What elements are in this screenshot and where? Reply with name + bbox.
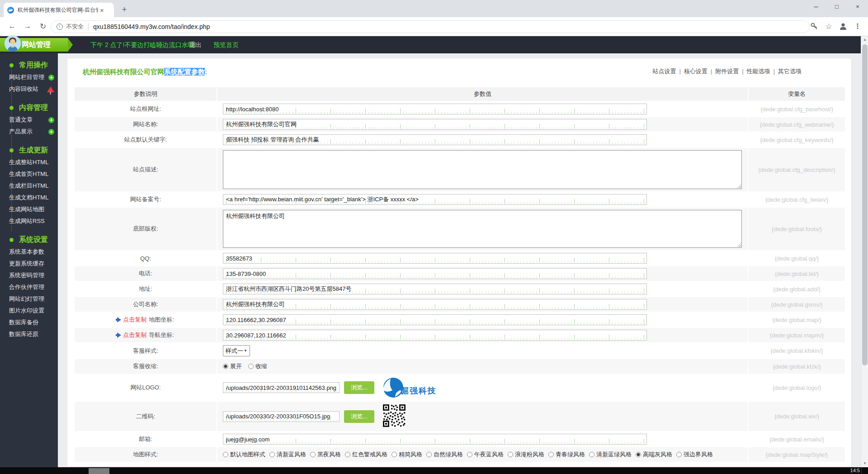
sidebar-item[interactable]: 合作伙伴管理 (0, 281, 54, 293)
logout-link[interactable]: 退出 (189, 36, 202, 53)
radio-option[interactable]: 自然绿风格 (426, 450, 463, 459)
new-tab-button[interactable]: + (118, 4, 130, 15)
sidebar-item[interactable]: 数据库还原 (0, 328, 54, 340)
sidebar-item[interactable]: 数据库备份 (0, 317, 54, 328)
param-input[interactable] (223, 134, 647, 145)
param-input[interactable] (223, 314, 647, 325)
radio-option[interactable]: 精简风格 (392, 450, 422, 459)
sidebar-item[interactable]: 内容回收站 (0, 83, 54, 95)
file-path-input[interactable] (223, 411, 340, 422)
sidebar-item[interactable]: 系统密码管理 (0, 270, 54, 281)
param-input[interactable] (223, 299, 647, 310)
radio-icon[interactable] (223, 452, 228, 457)
browser-menu-icon[interactable]: ⋮ (853, 21, 863, 31)
add-circle-icon[interactable]: + (48, 117, 54, 123)
sidebar-item[interactable]: 生成文档HTML (0, 192, 54, 204)
radio-option[interactable]: 清新蓝风格 (269, 450, 306, 459)
radio-option[interactable]: 青春绿风格 (548, 450, 585, 459)
url-text[interactable]: qxu1885160449.my3w.com/tao/index.php (93, 23, 210, 30)
sidebar-item[interactable]: 生成首页HTML (0, 168, 54, 180)
sidebar-item-label: 网站栏目管理 (9, 71, 44, 83)
radio-selected-icon[interactable] (223, 364, 228, 369)
sidebar-item[interactable]: 网站栏目管理+ (0, 71, 54, 83)
param-input[interactable] (223, 194, 647, 205)
browser-tab[interactable]: 杭州倔强科技有限公司官网-后台管理 × (4, 3, 114, 17)
forward-icon[interactable]: → (23, 22, 33, 31)
param-input[interactable] (223, 104, 647, 114)
radio-icon[interactable] (392, 452, 397, 457)
radio-option[interactable]: 强边界风格 (676, 450, 713, 459)
radio-selected-icon[interactable] (636, 452, 641, 457)
radio-option[interactable]: 黑夜风格 (310, 450, 341, 459)
settings-tab-3[interactable]: 附件设置 (715, 68, 739, 75)
radio-icon[interactable] (676, 452, 682, 457)
radio-icon[interactable] (345, 452, 350, 457)
radio-option[interactable]: 红色警戒风格 (345, 450, 387, 459)
sidebar-item[interactable]: 生成栏目HTML (0, 180, 54, 192)
browse-button[interactable]: 浏览... (344, 410, 374, 423)
radio-option[interactable]: 默认地图样式 (223, 450, 265, 459)
radio-icon[interactable] (426, 452, 432, 457)
param-input[interactable] (223, 330, 647, 341)
radio-option[interactable]: 浪漫粉风格 (508, 450, 544, 459)
param-input[interactable] (223, 119, 647, 130)
sidebar-item[interactable]: 产品展示+ (0, 126, 54, 137)
sidebar-item[interactable]: 生成网站地图 (0, 204, 54, 215)
profile-avatar-icon[interactable] (838, 21, 848, 31)
taskbar-item[interactable] (89, 468, 109, 474)
service-style-select[interactable]: 样式一 (223, 345, 250, 356)
scroll-down-icon[interactable]: ▼ (861, 460, 868, 467)
sidebar-item[interactable]: 系统基本参数 (0, 246, 54, 258)
radio-option[interactable]: 清新蓝绿风格 (589, 450, 632, 459)
radio-icon[interactable] (508, 452, 513, 457)
sidebar-item[interactable]: 图片水印设置 (0, 305, 54, 317)
file-path-input[interactable] (223, 382, 340, 393)
param-input[interactable] (223, 253, 647, 264)
sidebar-item[interactable]: 更新系统缓存 (0, 258, 54, 270)
radio-option[interactable]: 收缩 (248, 362, 267, 370)
bookmark-star-icon[interactable]: ☆ (824, 21, 834, 31)
add-circle-icon[interactable]: + (48, 129, 54, 135)
radio-option[interactable]: 展开 (223, 362, 242, 370)
tab-close-icon[interactable]: × (100, 7, 104, 14)
section-bullet-icon (9, 106, 14, 110)
param-input[interactable] (223, 268, 647, 279)
radio-icon[interactable] (589, 452, 594, 457)
sidebar-item[interactable]: 网站幻灯管理 (0, 293, 54, 305)
param-textarea[interactable]: 杭州倔强科技有限公司 (223, 210, 742, 248)
add-circle-icon[interactable]: + (48, 75, 54, 81)
sidebar-item[interactable]: 普通文章+ (0, 114, 54, 126)
param-textarea[interactable] (223, 150, 742, 189)
param-input[interactable] (223, 284, 647, 294)
click-to-copy-link[interactable]: 点击复制 (123, 331, 146, 339)
page-scrollbar[interactable]: ▲ ▼ (861, 36, 868, 467)
sidebar-item[interactable]: 生成整站HTML (0, 156, 54, 168)
address-bar[interactable]: i 不安全 qxu1885160449.my3w.com/tao/index.p… (51, 20, 810, 33)
password-key-icon[interactable] (809, 21, 819, 31)
settings-tab-1[interactable]: 站点设置 (652, 68, 676, 75)
back-icon[interactable]: ← (7, 22, 17, 31)
click-to-copy-link[interactable]: 点击复制 (123, 316, 146, 324)
screen: 杭州倔强科技有限公司官网-后台管理 × + ─ □ × ← → ↻ i 不安全 … (0, 0, 868, 474)
browse-button[interactable]: 浏览... (344, 381, 374, 394)
settings-tab-5[interactable]: 其它选项 (778, 68, 802, 75)
sidebar-item[interactable]: 生成网站RSS (0, 215, 54, 227)
settings-tab-4[interactable]: 性能选项 (747, 68, 770, 75)
radio-option[interactable]: 高端灰风格 (636, 450, 672, 459)
radio-icon[interactable] (310, 452, 316, 457)
settings-tab-2[interactable]: 核心设置 (684, 68, 708, 75)
reload-icon[interactable]: ↻ (38, 22, 48, 31)
info-icon[interactable]: i (57, 24, 63, 30)
preview-home-link[interactable]: 预览首页 (213, 36, 239, 53)
window-maximize-button[interactable]: □ (826, 0, 847, 14)
radio-icon[interactable] (548, 452, 554, 457)
scrollbar-thumb[interactable] (862, 44, 868, 365)
radio-option[interactable]: 午夜蓝风格 (467, 450, 504, 459)
param-input[interactable] (223, 434, 647, 445)
radio-icon[interactable] (269, 452, 275, 457)
radio-icon[interactable] (248, 364, 254, 369)
window-minimize-button[interactable]: ─ (806, 0, 826, 14)
window-close-button[interactable]: × (847, 0, 868, 14)
scroll-up-icon[interactable]: ▲ (861, 36, 868, 43)
radio-icon[interactable] (467, 452, 472, 457)
